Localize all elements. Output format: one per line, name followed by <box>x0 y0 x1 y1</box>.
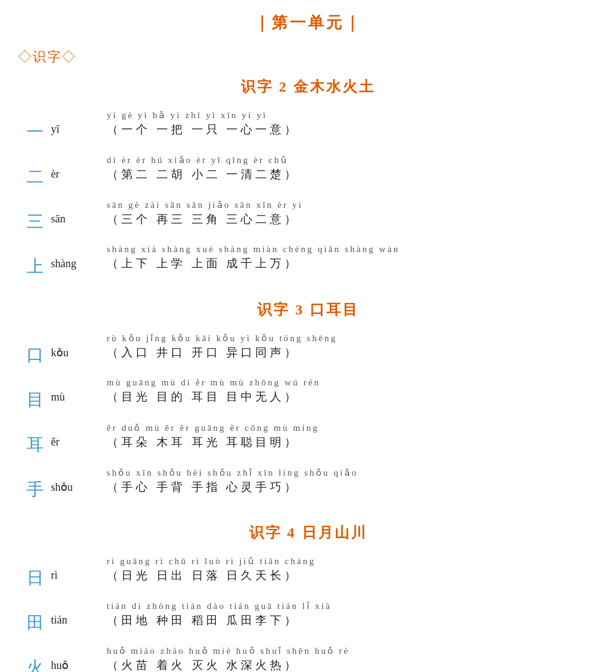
char-content-er: dì èr èr hú xiǎo èr yī qīng èr chǔ （第二 二… <box>95 155 598 182</box>
char-content-tian: tián dì zhòng tián dào tián guā tián lǐ … <box>95 600 598 628</box>
char-content-mu: mù guāng mù dì ěr mù mù zhōng wú rén （目光… <box>95 378 598 405</box>
section-header: ◇识字◇ <box>18 48 598 66</box>
char-row-san: 三 sān sān gè zài sān sān jiǎo sān xīn èr… <box>18 199 598 233</box>
char-label-ri: rì <box>46 569 95 582</box>
char-row-mu: 目 mù mù guāng mù dì ěr mù mù zhōng wú ré… <box>18 378 598 411</box>
lesson3-title: 识字 3 口耳目 <box>18 300 598 319</box>
char-hanzi-ri: 日 <box>24 567 46 590</box>
char-content-er2: ěr duǒ mù ěr ěr guāng ěr cōng mù míng （耳… <box>95 422 598 450</box>
char-label-huo: huǒ <box>46 659 95 672</box>
char-row-tian: 田 tián tián dì zhòng tián dào tián guā t… <box>18 600 598 634</box>
char-row-er2: 耳 ěr ěr duǒ mù ěr ěr guāng ěr cōng mù mí… <box>18 422 598 456</box>
char-content-san: sān gè zài sān sān jiǎo sān xīn èr yì （三… <box>95 199 598 227</box>
words-line-shou: （手心 手背 手指 心灵手巧） <box>107 479 598 495</box>
char-row-shang: 上 shàng shàng xià shàng xué shàng miàn c… <box>18 244 598 278</box>
lesson-block-2: 识字 2 金木水火土 一 yī yí gè yì bǎ yì zhī yì xī… <box>18 77 598 278</box>
char-label-san: sān <box>46 213 95 225</box>
char-hanzi-san: 三 <box>24 210 46 233</box>
lesson-block-4: 识字 4 日月山川 日 rì rì guāng rì chū rì luò rì… <box>18 523 598 672</box>
pinyin-line-huo: huǒ miáo zháo huǒ miè huǒ shuǐ shēn huǒ … <box>107 645 598 656</box>
pinyin-line-shang: shàng xià shàng xué shàng miàn chéng qiā… <box>107 244 598 254</box>
char-hanzi-shang: 上 <box>24 255 46 278</box>
lesson2-title: 识字 2 金木水火土 <box>18 77 598 96</box>
char-hanzi-huo: 火 <box>24 656 46 672</box>
words-line-yi: （一个 一把 一只 一心一意） <box>107 122 598 138</box>
char-content-ri: rì guāng rì chū rì luò rì jiǔ tiān cháng… <box>95 556 598 584</box>
char-hanzi-kou: 口 <box>24 344 46 367</box>
char-label-tian: tián <box>46 614 95 627</box>
words-line-san: （三个 再三 三角 三心二意） <box>107 211 598 227</box>
char-label-shang: shàng <box>46 258 95 270</box>
char-label-mu: mù <box>46 391 95 404</box>
char-row-kou: 口 kǒu rù kǒu jǐng kǒu kāi kǒu yì kǒu tón… <box>18 333 598 367</box>
char-hanzi-er: 二 <box>24 165 46 188</box>
words-line-mu: （目光 目的 耳目 目中无人） <box>107 389 598 405</box>
lesson-block-3: 识字 3 口耳目 口 kǒu rù kǒu jǐng kǒu kāi kǒu y… <box>18 300 598 501</box>
pinyin-line-tian: tián dì zhòng tián dào tián guā tián lǐ … <box>107 600 598 611</box>
char-row-shou: 手 shǒu shǒu xīn shǒu bèi shǒu zhǐ xīn lí… <box>18 467 598 501</box>
char-row-ri: 日 rì rì guāng rì chū rì luò rì jiǔ tiān … <box>18 556 598 590</box>
char-label-er2: ěr <box>46 436 95 448</box>
char-hanzi-tian: 田 <box>24 611 46 634</box>
char-content-kou: rù kǒu jǐng kǒu kāi kǒu yì kǒu tóng shēn… <box>95 333 598 361</box>
pinyin-line-er: dì èr èr hú xiǎo èr yī qīng èr chǔ <box>107 155 598 165</box>
words-line-tian: （田地 种田 稻田 瓜田李下） <box>107 613 598 628</box>
char-hanzi-shou: 手 <box>24 478 46 501</box>
pinyin-line-er2: ěr duǒ mù ěr ěr guāng ěr cōng mù míng <box>107 422 598 433</box>
words-line-er: （第二 二胡 小二 一清二楚） <box>107 167 598 182</box>
pinyin-line-yi: yí gè yì bǎ yì zhī yì xīn yí yì <box>107 110 598 121</box>
char-content-shang: shàng xià shàng xué shàng miàn chéng qiā… <box>95 244 598 271</box>
words-line-kou: （入口 井口 开口 异口同声） <box>107 345 598 361</box>
char-row-huo: 火 huǒ huǒ miáo zháo huǒ miè huǒ shuǐ shē… <box>18 645 598 672</box>
pinyin-line-mu: mù guāng mù dì ěr mù mù zhōng wú rén <box>107 378 598 388</box>
char-row-yi: 一 yī yí gè yì bǎ yì zhī yì xīn yí yì （一个… <box>18 110 598 144</box>
pinyin-line-ri: rì guāng rì chū rì luò rì jiǔ tiān cháng <box>107 556 598 567</box>
pinyin-line-kou: rù kǒu jǐng kǒu kāi kǒu yì kǒu tóng shēn… <box>107 333 598 344</box>
char-row-er: 二 èr dì èr èr hú xiǎo èr yī qīng èr chǔ … <box>18 155 598 188</box>
char-label-yi: yī <box>46 123 95 136</box>
char-label-shou: shǒu <box>46 481 95 494</box>
char-content-huo: huǒ miáo zháo huǒ miè huǒ shuǐ shēn huǒ … <box>95 645 598 672</box>
lesson4-title: 识字 4 日月山川 <box>18 523 598 542</box>
page-title: ｜第一单元｜ <box>18 12 598 33</box>
words-line-ri: （日光 日出 日落 日久天长） <box>107 568 598 584</box>
pinyin-line-shou: shǒu xīn shǒu bèi shǒu zhǐ xīn líng shǒu… <box>107 467 598 478</box>
char-hanzi-mu: 目 <box>24 388 46 411</box>
pinyin-line-san: sān gè zài sān sān jiǎo sān xīn èr yì <box>107 199 598 210</box>
words-line-huo: （火苗 着火 灭火 水深火热） <box>107 657 598 672</box>
char-label-er: èr <box>46 168 95 181</box>
char-content-shou: shǒu xīn shǒu bèi shǒu zhǐ xīn líng shǒu… <box>95 467 598 495</box>
char-label-kou: kǒu <box>46 346 95 359</box>
char-hanzi-er2: 耳 <box>24 433 46 456</box>
words-line-er2: （耳朵 木耳 耳光 耳聪目明） <box>107 434 598 450</box>
char-hanzi-yi: 一 <box>24 121 46 144</box>
char-content-yi: yí gè yì bǎ yì zhī yì xīn yí yì （一个 一把 一… <box>95 110 598 138</box>
words-line-shang: （上下 上学 上面 成千上万） <box>107 256 598 271</box>
